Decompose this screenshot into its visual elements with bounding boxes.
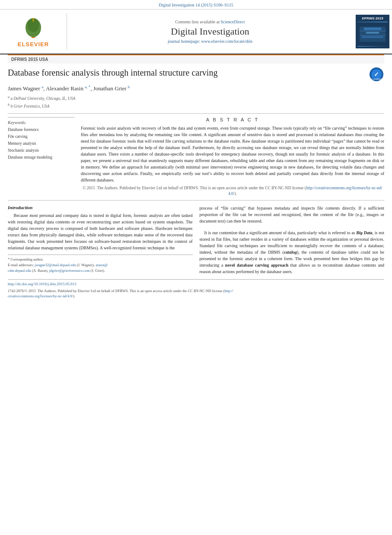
journal-header: ELSEVIER Contents lists available at Sci… <box>0 10 392 54</box>
keywords-box: Keywords: Database forensics File carvin… <box>8 117 75 161</box>
footnote-area: * Corresponding author. E-mail addresses… <box>8 255 193 273</box>
affiliation-a-text: a DePaul University, Chicago, IL, USA <box>10 96 75 101</box>
email-1-link[interactable]: jwagne32@mail.depaul.edu <box>35 263 76 267</box>
contents-text: Contents lists available at <box>175 19 219 24</box>
abstract-body: Forensic tools assist analysts with reco… <box>81 125 384 183</box>
journal-cover: DFRWS 2015 <box>353 13 392 50</box>
paper-title: Database forensic analysis through inter… <box>8 67 365 78</box>
paper-title-row: Database forensic analysis through inter… <box>8 67 384 82</box>
cover-illustration-icon <box>357 22 388 47</box>
keyword-1: Database forensics <box>8 126 75 133</box>
keywords-column: Keywords: Database forensics File carvin… <box>8 117 75 197</box>
conference-badge: DFRWS 2015 USA <box>8 54 384 64</box>
svg-text:CrossMark: CrossMark <box>371 78 382 80</box>
footer-license-link-2[interactable]: creativecommons.org/licenses/by-nc-nd/4.… <box>8 294 73 298</box>
authors-line: James Wagner a, Alexander Rasin a, *, Jo… <box>8 84 384 93</box>
introduction-section: Introduction Because most personal and c… <box>8 205 384 275</box>
keywords-label: Keywords: <box>8 120 75 125</box>
intro-right-column: process of “file carving” that bypasses … <box>200 205 385 275</box>
journal-title-area: Contents lists available at ScienceDirec… <box>67 13 353 50</box>
email-3-link[interactable]: jdgrier@grierforensics.com <box>49 268 90 273</box>
intro-right-para1: process of “file carving” that bypasses … <box>200 205 385 224</box>
cover-title: DFRWS 2015 <box>362 16 383 21</box>
intro-left-text: Because most personal and company data i… <box>8 212 193 251</box>
journal-citation-text: Digital Investigation 14 (2015) S106–S11… <box>159 3 233 7</box>
introduction-title: Introduction <box>8 205 193 210</box>
sciencedirect-link-text: ScienceDirect <box>220 19 245 24</box>
svg-rect-9 <box>366 32 379 33</box>
keyword-3: Memory analysis <box>8 140 75 147</box>
sciencedirect-link[interactable]: ScienceDirect <box>220 19 245 24</box>
crossmark-icon: ✓ CrossMark <box>369 67 384 82</box>
svg-text:✓: ✓ <box>374 71 379 78</box>
email-footnotes: E-mail addresses: jwagne32@mail.depaul.e… <box>8 262 193 274</box>
abstract-column: A B S T R A C T Forensic tools assist an… <box>81 117 384 197</box>
emails-label: E-mail addresses: <box>8 263 34 267</box>
page-footer: http://dx.doi.org/10.1016/j.diin.2015.05… <box>8 279 384 299</box>
journal-citation: Digital Investigation 14 (2015) S106–S11… <box>0 0 392 10</box>
affiliation-b: b b Grier Forensics, USA <box>8 102 384 109</box>
abstract-body-divider <box>8 200 384 201</box>
crossmark-badge: ✓ CrossMark <box>369 67 384 82</box>
journal-url: journal homepage: www.elsevier.com/locat… <box>168 39 252 44</box>
keywords-list: Database forensics File carving Memory a… <box>8 126 75 161</box>
keyword-2: File carving <box>8 133 75 140</box>
contents-available-line: Contents lists available at ScienceDirec… <box>175 19 245 24</box>
footer-copyright: 1742-2876/© 2015 The Authors. Published … <box>8 288 384 299</box>
intro-two-col: Introduction Because most personal and c… <box>8 205 384 275</box>
affiliation-b-text: b Grier Forensics, USA <box>10 104 49 108</box>
elsevier-logo: ELSEVIER <box>0 13 67 50</box>
svg-rect-3 <box>32 18 34 22</box>
license-link-2[interactable]: 4.0/ <box>228 191 235 196</box>
svg-rect-8 <box>364 27 381 30</box>
main-content: DFRWS 2015 USA Database forensic analysi… <box>0 54 392 299</box>
cover-image: DFRWS 2015 <box>356 15 389 48</box>
keyword-5: Database storage modeling <box>8 154 75 161</box>
journal-title: Digital Investigation <box>171 26 249 37</box>
cover-image-area <box>357 22 388 47</box>
elsevier-name: ELSEVIER <box>18 41 49 48</box>
doi-link[interactable]: http://dx.doi.org/10.1016/j.diin.2015.05… <box>8 282 76 286</box>
intro-left-column: Introduction Because most personal and c… <box>8 205 193 275</box>
keyword-4: Stochastic analysis <box>8 147 75 154</box>
doi-line: http://dx.doi.org/10.1016/j.diin.2015.05… <box>8 281 384 287</box>
elsevier-symbol-icon <box>20 16 46 39</box>
affiliation-a: a a DePaul University, Chicago, IL, USA <box>8 95 384 102</box>
license-link[interactable]: http://creativecommons.org/licenses/by-n… <box>306 186 382 190</box>
abstract-section: Keywords: Database forensics File carvin… <box>8 117 384 197</box>
intro-right-para2: It is our contention that a significant … <box>200 229 385 275</box>
journal-url-text: journal homepage: www.elsevier.com/locat… <box>168 39 252 44</box>
footer-license-link[interactable]: http:// <box>224 289 233 293</box>
open-access-note: © 2015 The Authors. Published by Elsevie… <box>81 185 384 197</box>
abstract-title: A B S T R A C T <box>81 117 384 122</box>
svg-rect-10 <box>362 36 383 38</box>
corresponding-author-note: * Corresponding author. <box>8 257 193 262</box>
section-divider <box>8 113 384 114</box>
